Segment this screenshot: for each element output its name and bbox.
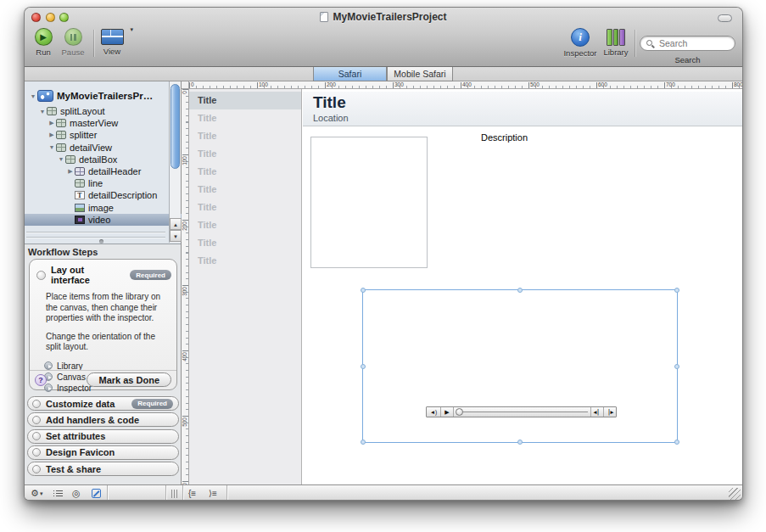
master-list-row[interactable]: Title <box>189 127 301 145</box>
statusbar-divider <box>182 485 183 501</box>
detail-description[interactable]: Description <box>481 132 528 143</box>
resize-handle-se[interactable] <box>674 440 679 445</box>
image-placeholder[interactable] <box>310 137 428 268</box>
panel-drag-handle[interactable] <box>171 485 177 501</box>
scroll-up-button[interactable]: ▲ <box>170 218 182 230</box>
detail-subtitle[interactable]: Location <box>313 113 349 123</box>
disclosure-triangle-icon[interactable]: ▼ <box>38 109 47 115</box>
resize-handle-n[interactable] <box>517 288 523 293</box>
inspector-button[interactable]: i Inspector <box>561 28 600 58</box>
tab-mobile-safari[interactable]: Mobile Safari <box>387 67 453 81</box>
step-description: Place items from the library on the canv… <box>30 285 176 353</box>
indent-list-button[interactable]: ⟩≡ <box>209 485 217 501</box>
gear-menu-button[interactable]: ⚙▾ <box>31 485 42 501</box>
volume-button[interactable]: ◄) <box>427 407 441 417</box>
window-resize-grip[interactable] <box>729 488 741 500</box>
tree-item-detailbox[interactable]: ▼detailBox <box>25 154 182 165</box>
tree-item-video[interactable]: video <box>25 214 182 226</box>
disclosure-triangle-icon[interactable]: ▼ <box>48 144 56 150</box>
target-icon: ◎ <box>72 488 81 499</box>
toolbar-toggle-button[interactable] <box>718 14 732 22</box>
play-button[interactable]: ▶ <box>441 407 454 417</box>
step-title: Test & share <box>46 464 173 474</box>
step-status-circle[interactable] <box>36 271 46 280</box>
pause-label: Pause <box>59 48 87 57</box>
workflow-step-set-attributes[interactable]: Set attributes <box>27 429 179 444</box>
detail-header-view[interactable]: Title Location <box>303 92 743 126</box>
brace-list-icon: {≡ <box>188 489 196 498</box>
ruler-label: 100 <box>182 156 187 165</box>
drag-handle-icon <box>171 490 177 498</box>
video-icon <box>75 216 85 224</box>
panel-divider <box>26 237 165 238</box>
tree-item-masterview[interactable]: ▶masterView <box>25 117 182 129</box>
step-back-button[interactable]: ◄▏ <box>590 407 603 417</box>
list-view-button[interactable] <box>53 485 63 501</box>
tree-item-splitter[interactable]: ▶splitter <box>25 129 182 141</box>
video-controller: ◄) ▶ ◄▏ ▕► <box>426 406 617 417</box>
help-button[interactable]: ? <box>35 374 47 386</box>
view-button[interactable]: ▾ View <box>98 28 126 56</box>
ruler-label: 500 <box>182 417 187 427</box>
scroll-down-button[interactable]: ▼ <box>170 230 182 242</box>
ruler-label: 0 <box>191 81 194 87</box>
disclosure-triangle-icon[interactable]: ▶ <box>48 132 56 138</box>
tree-item-line[interactable]: line <box>25 177 182 189</box>
scrollbar-thumb[interactable] <box>171 84 180 169</box>
master-list-row[interactable]: Title <box>189 234 301 252</box>
tree-item-detailheader[interactable]: ▶detailHeader <box>25 165 182 177</box>
tree-item-splitlayout[interactable]: ▼splitLayout <box>25 105 182 117</box>
master-list-row[interactable]: Title <box>189 92 301 109</box>
tree-scrollbar[interactable]: ▲ ▼ <box>169 81 181 243</box>
image-icon <box>75 204 85 212</box>
search-field[interactable] <box>640 36 735 51</box>
master-list-row[interactable]: Title <box>189 199 301 216</box>
master-list-row[interactable]: Title <box>189 181 301 199</box>
library-button[interactable]: Library <box>600 28 632 57</box>
master-list-row[interactable]: Title <box>189 252 301 270</box>
master-list-row[interactable]: Title <box>189 145 301 163</box>
tree-item-mymovietrailerspr[interactable]: ▼MyMovieTrailersPr… <box>25 87 182 105</box>
tree-item-detailview[interactable]: ▼detailView <box>25 142 182 154</box>
workflow-step-design-favicon[interactable]: Design Favicon <box>27 445 179 460</box>
tree-item-detaildescription[interactable]: detailDescription <box>25 189 182 201</box>
run-button[interactable]: ▶ Run <box>30 28 57 57</box>
master-list-row[interactable]: Title <box>189 109 301 127</box>
disclosure-triangle-icon[interactable]: ▶ <box>48 120 56 126</box>
slider-track <box>456 412 588 412</box>
master-list-row[interactable]: Title <box>189 163 301 181</box>
canvas[interactable]: TitleTitleTitleTitleTitleTitleTitleTitle… <box>189 89 743 484</box>
project-icon <box>37 90 53 102</box>
resize-handle-w[interactable] <box>361 364 366 369</box>
tree-item-image[interactable]: image <box>25 202 182 214</box>
view-icon <box>56 143 66 152</box>
disclosure-triangle-icon[interactable]: ▼ <box>29 93 37 99</box>
workflow-step-add-handlers-code[interactable]: Add handlers & code <box>27 412 179 427</box>
master-list-row[interactable]: Title <box>189 216 301 234</box>
search-input[interactable] <box>659 37 731 49</box>
step-paragraph: Change the orientation of the split layo… <box>46 332 170 353</box>
workflow-step-test-share[interactable]: Test & share <box>27 462 179 476</box>
speaker-icon: ◄) <box>430 409 438 415</box>
edit-mode-button[interactable] <box>92 485 101 501</box>
resize-handle-ne[interactable] <box>674 288 679 293</box>
workflow-step-customize-data[interactable]: Customize dataRequired <box>27 396 179 411</box>
video-element-selected[interactable]: ◄) ▶ ◄▏ ▕► <box>362 289 678 443</box>
disclosure-triangle-icon[interactable]: ▼ <box>57 156 65 162</box>
mark-as-done-button[interactable]: Mark as Done <box>87 372 171 387</box>
master-list-view[interactable]: TitleTitleTitleTitleTitleTitleTitleTitle… <box>189 89 302 484</box>
scrub-slider[interactable] <box>454 407 590 417</box>
resize-handle-sw[interactable] <box>361 440 366 445</box>
source-list-button[interactable]: {≡ <box>188 485 196 501</box>
pause-button[interactable]: Pause <box>59 28 87 57</box>
target-button[interactable]: ◎ <box>72 485 81 501</box>
slider-thumb[interactable] <box>456 408 463 416</box>
resize-handle-nw[interactable] <box>361 288 366 293</box>
tree-item-label: detailView <box>70 143 112 153</box>
tab-safari[interactable]: Safari <box>313 67 387 81</box>
detail-title[interactable]: Title <box>313 93 346 112</box>
disclosure-triangle-icon[interactable]: ▶ <box>66 168 75 175</box>
resize-handle-s[interactable] <box>517 440 523 445</box>
resize-handle-e[interactable] <box>674 364 679 369</box>
step-forward-button[interactable]: ▕► <box>603 407 616 417</box>
